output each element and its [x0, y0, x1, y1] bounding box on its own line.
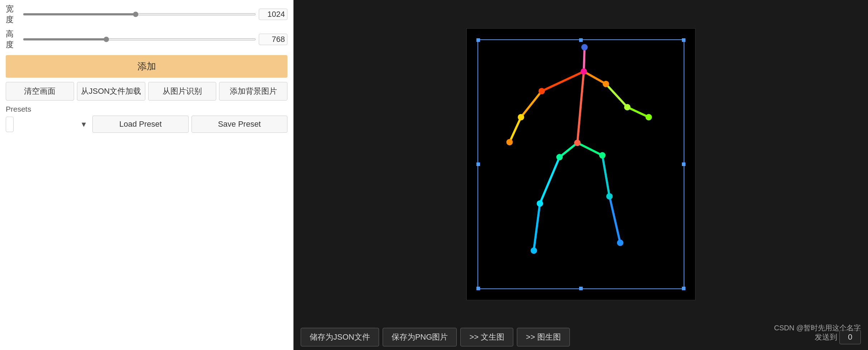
image-to-image-button[interactable]: >> 图生图 [517, 328, 570, 346]
svg-point-17 [602, 81, 609, 87]
svg-point-20 [506, 139, 513, 145]
height-slider-row: 高度 [6, 29, 287, 50]
right-panel: 储存为JSON文件 保存为PNG图片 >> 文生图 >> 图生图 发送到 CSD… [294, 0, 868, 350]
save-json-button[interactable]: 储存为JSON文件 [301, 328, 379, 346]
pose-canvas[interactable] [466, 28, 695, 300]
svg-point-21 [645, 114, 652, 120]
width-label: 宽度 [6, 4, 20, 25]
svg-line-6 [627, 107, 649, 117]
svg-line-10 [540, 157, 559, 204]
height-slider[interactable] [23, 38, 256, 40]
clear-canvas-button[interactable]: 清空画面 [6, 82, 74, 101]
svg-point-18 [518, 114, 524, 120]
svg-point-15 [581, 68, 587, 75]
svg-point-22 [574, 140, 581, 146]
save-png-button[interactable]: 保存为PNG图片 [383, 328, 457, 346]
canvas-area [301, 4, 861, 325]
presets-select-wrapper [6, 117, 89, 132]
load-json-button[interactable]: 从JSON文件加载 [77, 82, 145, 101]
svg-point-26 [606, 193, 612, 200]
svg-point-16 [538, 88, 545, 94]
svg-line-7 [577, 72, 584, 143]
save-preset-button[interactable]: Save Preset [191, 116, 287, 133]
height-value-input[interactable] [259, 34, 287, 45]
svg-point-28 [617, 239, 623, 246]
action-row: 清空画面 从JSON文件加载 从图片识别 添加背景图片 [6, 82, 287, 101]
svg-line-2 [583, 72, 606, 84]
width-slider-row: 宽度 [6, 4, 287, 25]
height-label: 高度 [6, 29, 20, 50]
width-value-input[interactable] [259, 9, 287, 20]
svg-point-25 [537, 200, 543, 207]
svg-line-5 [606, 84, 627, 107]
watermark: CSDN @暂时先用这个名字 [774, 323, 861, 333]
add-background-button[interactable]: 添加背景图片 [219, 82, 287, 101]
detect-image-button[interactable]: 从图片识别 [148, 82, 217, 101]
svg-line-0 [583, 48, 584, 72]
presets-section: Presets Load Preset Save Preset [6, 105, 287, 133]
send-to-label: 发送到 [815, 332, 837, 342]
presets-label: Presets [6, 105, 287, 113]
width-slider[interactable] [23, 13, 256, 15]
load-preset-button[interactable]: Load Preset [92, 116, 188, 133]
svg-point-24 [599, 152, 605, 159]
presets-row: Load Preset Save Preset [6, 116, 287, 133]
svg-point-14 [581, 44, 587, 50]
presets-select[interactable] [6, 117, 14, 132]
text-to-image-button[interactable]: >> 文生图 [460, 328, 513, 346]
svg-point-27 [530, 247, 537, 254]
svg-line-11 [534, 204, 540, 250]
svg-point-23 [556, 154, 563, 160]
svg-line-8 [559, 143, 577, 157]
svg-line-12 [602, 155, 609, 196]
pose-svg [467, 29, 695, 300]
left-panel: 宽度 高度 添加 清空画面 从JSON文件加载 从图片识别 添加背景图片 Pre… [0, 0, 294, 350]
svg-line-4 [509, 117, 521, 142]
svg-line-13 [609, 196, 620, 243]
svg-point-19 [624, 104, 630, 111]
add-button[interactable]: 添加 [6, 55, 287, 78]
svg-line-3 [521, 91, 542, 117]
svg-line-1 [542, 72, 584, 91]
svg-line-9 [577, 143, 602, 155]
